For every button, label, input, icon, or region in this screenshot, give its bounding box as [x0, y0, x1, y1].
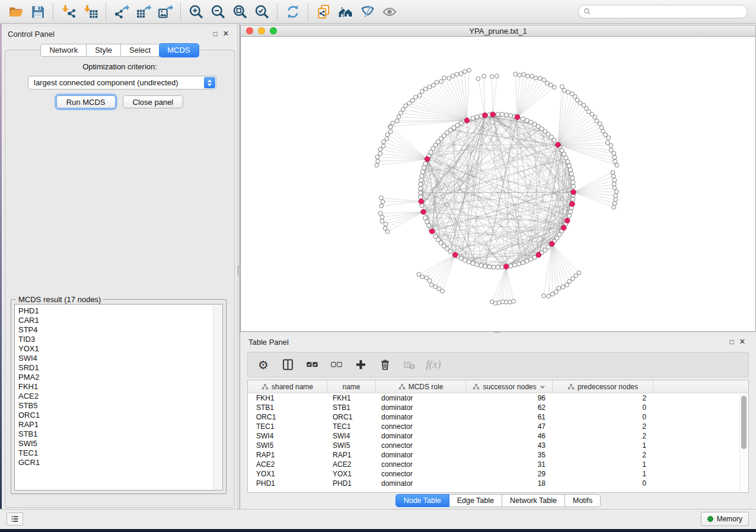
save-session-button[interactable]: [27, 2, 49, 22]
tab-edge-table[interactable]: Edge Table: [449, 494, 502, 507]
refresh-button[interactable]: [282, 2, 304, 22]
result-node-item[interactable]: ACE2: [18, 392, 212, 401]
cell-predecessor-nodes: 1: [553, 460, 653, 469]
tab-mcds[interactable]: MCDS: [159, 43, 199, 57]
open-session-button[interactable]: [5, 2, 27, 22]
search-box[interactable]: [578, 5, 748, 18]
optimization-criterion-label: Optimization criterion:: [5, 62, 234, 71]
result-node-item[interactable]: STB5: [18, 401, 212, 411]
table-header-row: shared namenameMCDS rolesuccessor nodesp…: [248, 380, 748, 393]
cell-shared-name: YOX1: [248, 470, 327, 478]
tab-motifs[interactable]: Motifs: [565, 494, 601, 507]
cell-successor-nodes: 61: [466, 413, 553, 421]
folder-open-icon: [8, 4, 24, 20]
float-table-panel-icon[interactable]: □: [726, 336, 737, 347]
result-node-item[interactable]: GCR1: [18, 458, 212, 467]
column-header-name[interactable]: name: [327, 380, 376, 393]
zoom-selected-button[interactable]: [251, 2, 273, 22]
tab-network[interactable]: Network: [40, 44, 87, 57]
table-row[interactable]: STB1STB1dominator620: [248, 403, 748, 412]
zoom-in-button[interactable]: [185, 2, 207, 22]
import-network-button[interactable]: [58, 2, 79, 22]
table-scrollbar-thumb[interactable]: [741, 396, 747, 449]
cell-name: YOX1: [327, 470, 376, 478]
cell-predecessor-nodes: 1: [553, 441, 653, 450]
result-node-item[interactable]: STP4: [18, 325, 212, 335]
zoom-out-button[interactable]: [207, 2, 229, 22]
result-node-item[interactable]: CAR1: [18, 316, 212, 325]
cell-name: SWI4: [327, 432, 376, 440]
deselect-all-button[interactable]: [329, 358, 343, 372]
list-icon: [10, 514, 20, 524]
close-panel-button[interactable]: Close panel: [123, 95, 184, 108]
table-row[interactable]: RAP1RAP1dominator352: [248, 450, 748, 460]
tab-node-table[interactable]: Node Table: [395, 494, 449, 507]
cell-MCDS-role: dominator: [376, 394, 466, 402]
result-node-item[interactable]: YOX1: [18, 344, 212, 354]
table-row[interactable]: SWI5SWI5connector431: [248, 441, 748, 450]
result-node-item[interactable]: STB1: [18, 430, 212, 439]
network-graph[interactable]: [241, 37, 755, 331]
result-node-item[interactable]: RAP1: [18, 420, 212, 430]
table-row[interactable]: ORC1ORC1dominator610: [248, 412, 748, 422]
column-header-predecessor-nodes[interactable]: predecessor nodes: [553, 380, 653, 393]
close-panel-icon[interactable]: ✕: [221, 28, 231, 39]
table-row[interactable]: PHD1PHD1dominator180: [248, 479, 748, 488]
run-mcds-button[interactable]: Run MCDS: [56, 95, 116, 108]
search-input[interactable]: [594, 7, 742, 17]
result-node-item[interactable]: FKH1: [18, 382, 212, 392]
zoom-fit-button[interactable]: [229, 2, 251, 22]
result-node-item[interactable]: PMA2: [18, 373, 212, 382]
tab-style[interactable]: Style: [87, 44, 121, 57]
result-node-item[interactable]: SWI4: [18, 354, 212, 363]
table-row[interactable]: FKH1FKH1dominator962: [248, 393, 748, 403]
table-row[interactable]: TEC1TEC1connector472: [248, 422, 748, 431]
delete-column-button[interactable]: [378, 358, 392, 372]
close-table-panel-icon[interactable]: ✕: [737, 336, 748, 347]
table-tabs: Node TableEdge TableNetwork TableMotifs: [240, 494, 756, 507]
result-node-item[interactable]: TEC1: [18, 448, 212, 458]
clone-network-button[interactable]: [312, 2, 334, 22]
network-home-button[interactable]: [334, 2, 356, 22]
select-all-button[interactable]: [305, 358, 319, 372]
export-network-icon: [114, 4, 129, 20]
network-titlebar[interactable]: YPA_prune.txt_1: [240, 25, 756, 37]
float-panel-icon[interactable]: □: [210, 28, 221, 39]
result-node-item[interactable]: TID3: [18, 335, 212, 344]
cell-name: ACE2: [327, 460, 376, 469]
result-node-item[interactable]: ORC1: [18, 411, 212, 420]
show-hide-button[interactable]: [378, 2, 400, 22]
criterion-dropdown[interactable]: largest connected component (undirected): [28, 76, 216, 89]
mcds-result-list[interactable]: PHD1CAR1STP4TID3YOX1SWI4SRD1PMA2FKH1ACE2…: [14, 304, 223, 491]
create-column-button[interactable]: [353, 358, 368, 372]
result-list-scrollbar[interactable]: [213, 305, 222, 489]
result-node-item[interactable]: SWI5: [18, 439, 212, 448]
memory-button[interactable]: Memory: [701, 512, 749, 526]
table-row[interactable]: YOX1YOX1connector291: [248, 469, 748, 479]
show-columns-button[interactable]: [280, 358, 295, 372]
column-header-shared-name[interactable]: shared name: [248, 380, 327, 393]
export-image-button[interactable]: [154, 2, 176, 22]
task-history-button[interactable]: [7, 512, 23, 525]
tab-network-table[interactable]: Network Table: [502, 494, 565, 507]
result-node-item[interactable]: SRD1: [18, 363, 212, 373]
trash-icon: [379, 358, 391, 371]
result-node-item[interactable]: PHD1: [18, 306, 212, 316]
import-table-button[interactable]: [79, 2, 101, 22]
table-options-button[interactable]: ⚙: [256, 358, 270, 372]
network-canvas[interactable]: [240, 37, 756, 332]
column-header-MCDS-role[interactable]: MCDS role: [376, 380, 466, 393]
select-all-icon: [306, 358, 318, 371]
export-table-button[interactable]: [132, 2, 154, 22]
table-row[interactable]: ACE2ACE2connector311: [248, 460, 748, 469]
table-row[interactable]: SWI4SWI4dominator462: [248, 431, 748, 441]
toolbar-separator: [106, 4, 106, 20]
export-network-button[interactable]: [110, 2, 132, 22]
cell-shared-name: FKH1: [248, 394, 327, 402]
column-header-successor-nodes[interactable]: successor nodes: [466, 380, 553, 393]
column-type-icon: [398, 383, 406, 390]
table-scrollbar[interactable]: [739, 395, 747, 491]
cell-MCDS-role: dominator: [376, 403, 466, 412]
tab-select[interactable]: Select: [121, 44, 160, 57]
vizmapper-button[interactable]: [356, 2, 378, 22]
